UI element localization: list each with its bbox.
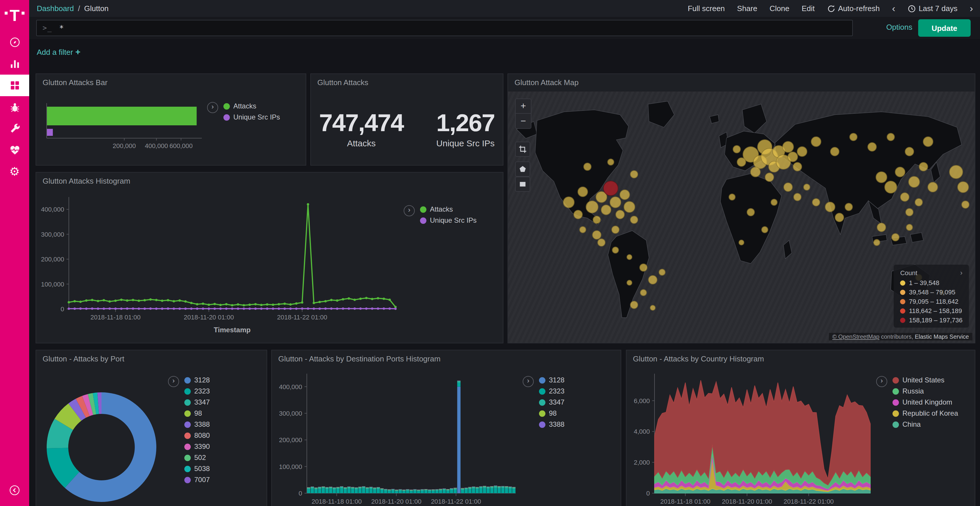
zoom-in-button[interactable]: +	[515, 99, 531, 114]
auto-refresh-button[interactable]: Auto-refresh	[827, 4, 880, 13]
dest-ports-histogram-chart[interactable]: 0100,000200,000300,000400,0002018-11-18 …	[272, 368, 523, 506]
legend-item[interactable]: China	[892, 420, 958, 428]
t-mobile-logo[interactable]: T	[0, 0, 29, 32]
map-bubble[interactable]	[563, 196, 574, 208]
map-bubble[interactable]	[825, 202, 835, 213]
map-bubble[interactable]	[624, 201, 635, 213]
search-query-input[interactable]: >_ *	[36, 20, 853, 36]
legend-item[interactable]: 98	[539, 409, 565, 417]
map-bubble[interactable]	[782, 141, 794, 153]
map-bubble[interactable]	[876, 171, 887, 183]
legend-toggle-button[interactable]: ›	[168, 376, 179, 387]
legend-item[interactable]: United Kingdom	[892, 398, 958, 406]
sidebar-item-management[interactable]: ⚙	[0, 161, 29, 182]
sidebar-item-dev-tools[interactable]	[0, 118, 29, 139]
map-bubble[interactable]	[612, 246, 619, 253]
legend-item[interactable]: 8080	[185, 431, 210, 439]
legend-item[interactable]: Unique Src IPs	[420, 216, 477, 224]
breadcrumb-dashboard-link[interactable]: Dashboard	[37, 4, 74, 13]
attacks-histogram-chart[interactable]: 0100,000200,000300,000400,0002018-11-18 …	[36, 190, 402, 344]
legend-item[interactable]: 3388	[539, 420, 565, 428]
collapse-navigation-button[interactable]	[0, 481, 29, 500]
map-bubble[interactable]	[835, 213, 844, 222]
map-bubble[interactable]	[797, 147, 807, 157]
map-bubble[interactable]	[793, 193, 802, 201]
map-bubble[interactable]	[803, 184, 810, 190]
map-bubble[interactable]	[793, 162, 802, 172]
map-bubble[interactable]	[957, 181, 969, 193]
elastic-maps-service-link[interactable]: Elastic Maps Service	[915, 333, 969, 340]
legend-item[interactable]: 3128	[185, 376, 210, 384]
legend-item[interactable]: Attacks	[420, 205, 477, 213]
sidebar-item-discover[interactable]	[0, 32, 29, 53]
map-bubble[interactable]	[640, 289, 647, 296]
map-bubble[interactable]	[733, 145, 741, 153]
legend-toggle-button[interactable]: ›	[876, 376, 887, 387]
map-bubble[interactable]	[579, 226, 586, 233]
sidebar-item-sensors[interactable]	[0, 96, 29, 118]
legend-item[interactable]: 2323	[539, 387, 565, 395]
legend-item[interactable]: 3347	[185, 398, 210, 406]
map-bubble[interactable]	[593, 216, 601, 224]
map-bubble[interactable]	[585, 201, 598, 214]
map-bubble[interactable]	[650, 305, 655, 311]
legend-item[interactable]: 3388	[185, 420, 210, 428]
map-bubble[interactable]	[885, 181, 897, 194]
map-bubble[interactable]	[640, 263, 648, 271]
legend-item[interactable]: 3128	[539, 376, 565, 384]
map-bubble[interactable]	[906, 224, 913, 230]
draw-rectangle-tool-button[interactable]	[515, 177, 530, 192]
openstreetmap-link[interactable]: © OpenStreetMap	[832, 333, 880, 340]
legend-item[interactable]: Russia	[892, 387, 958, 395]
country-histogram-chart[interactable]: 02,0004,0006,0002018-11-18 01:002018-11-…	[627, 368, 877, 506]
map-bubble[interactable]	[905, 147, 914, 157]
map-bubble[interactable]	[729, 194, 736, 200]
legend-item[interactable]: 7007	[185, 476, 210, 484]
legend-toggle-button[interactable]: ›	[523, 376, 534, 387]
map-bubble[interactable]	[877, 222, 886, 232]
map-bubble[interactable]	[616, 210, 625, 219]
full-screen-button[interactable]: Full screen	[688, 4, 725, 13]
map-bubble[interactable]	[737, 157, 746, 167]
map-bubble[interactable]	[750, 167, 760, 177]
map-bubble[interactable]	[583, 163, 592, 171]
time-back-button[interactable]: ‹	[892, 3, 895, 13]
map-bubble[interactable]	[812, 198, 820, 206]
sidebar-item-monitoring[interactable]	[0, 139, 29, 161]
map-bubble[interactable]	[928, 182, 938, 192]
map-bubble[interactable]	[630, 170, 638, 178]
map-bubble[interactable]	[887, 133, 895, 141]
map-bubble[interactable]	[923, 136, 933, 147]
map-bubble[interactable]	[592, 230, 601, 239]
edit-button[interactable]: Edit	[802, 4, 815, 13]
draw-bounds-tool-button[interactable]	[515, 142, 530, 157]
update-button[interactable]: Update	[918, 19, 970, 37]
zoom-out-button[interactable]: −	[515, 114, 531, 128]
map-bubble[interactable]	[573, 210, 583, 219]
legend-item[interactable]: Attacks	[223, 102, 280, 110]
map-bubble[interactable]	[747, 208, 755, 216]
map-bubble[interactable]	[915, 198, 923, 206]
sidebar-item-visualize[interactable]	[0, 53, 29, 75]
time-range-button[interactable]: Last 7 days	[908, 4, 958, 13]
map-bubble[interactable]	[601, 204, 611, 215]
legend-item[interactable]: Unique Src IPs	[223, 113, 280, 121]
map-bubble[interactable]	[619, 189, 630, 200]
map-bubble[interactable]	[578, 187, 588, 197]
legend-item[interactable]: Republic of Korea	[892, 409, 958, 417]
map-bubble[interactable]	[765, 172, 774, 182]
map-bubble[interactable]	[845, 203, 853, 211]
legend-item[interactable]: 3347	[539, 398, 565, 406]
draw-polygon-tool-button[interactable]	[515, 162, 530, 177]
map-bubble[interactable]	[788, 152, 798, 162]
map-bubble[interactable]	[771, 198, 778, 206]
attacks-by-port-donut-chart[interactable]	[36, 368, 170, 506]
map-bubble[interactable]	[659, 269, 666, 276]
map-bubble[interactable]	[627, 254, 632, 260]
share-button[interactable]: Share	[737, 4, 757, 13]
map-bubble[interactable]	[891, 233, 899, 241]
map-bubble[interactable]	[738, 239, 745, 245]
clone-button[interactable]: Clone	[769, 4, 789, 13]
map-bubble[interactable]	[905, 208, 913, 216]
legend-item[interactable]: 502	[185, 454, 210, 462]
